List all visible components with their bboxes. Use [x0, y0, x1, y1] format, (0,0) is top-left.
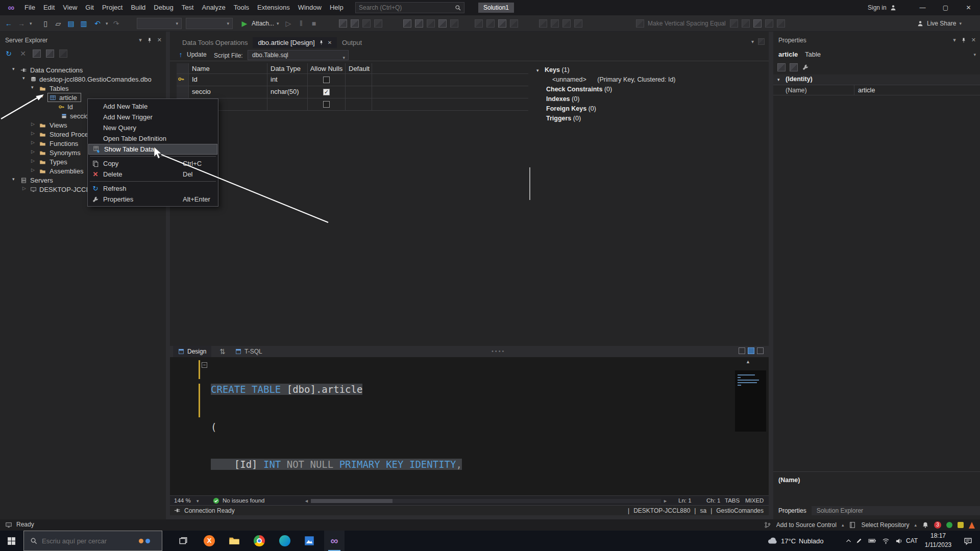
tree-item-connection[interactable]: ▾ desktop-jccl880.GestioComandes.dbo [0, 75, 166, 84]
wifi-icon[interactable] [882, 537, 890, 545]
close-icon[interactable]: ✕ [157, 37, 162, 43]
menu-item-add-new-table[interactable]: Add New Table [88, 101, 218, 112]
indexes-node[interactable]: Indexes (0) [546, 95, 579, 104]
connection-server[interactable]: DESKTOP-JCCL880 [633, 507, 690, 514]
menu-item-properties[interactable]: Properties Alt+Enter [88, 194, 218, 205]
tab-output[interactable]: Output [337, 37, 367, 48]
horizontal-scrollbar[interactable] [311, 499, 661, 503]
toolbar-icon[interactable] [539, 19, 547, 28]
connection-database[interactable]: GestioComandes [716, 507, 764, 514]
menu-extensions[interactable]: Extensions [253, 0, 294, 15]
task-view-button[interactable] [173, 531, 193, 551]
column-header-datatype[interactable]: Data Type [267, 63, 308, 73]
connect-database-icon[interactable] [33, 49, 41, 58]
split-vertical-icon[interactable] [748, 347, 754, 354]
menu-debug[interactable]: Debug [150, 0, 177, 15]
start-button[interactable] [1, 531, 21, 551]
close-icon[interactable]: ✕ [971, 37, 976, 43]
expander-icon[interactable]: ▾ [12, 177, 15, 182]
action-center-button[interactable] [958, 531, 978, 551]
toolbar-icon[interactable] [574, 19, 582, 28]
triggers-node[interactable]: Triggers (0) [546, 115, 581, 123]
undo-icon[interactable]: ↶ [93, 19, 102, 28]
scroll-left-icon[interactable]: ◄ [304, 498, 309, 504]
pen-icon[interactable] [855, 537, 863, 544]
live-share-button[interactable]: Live Share ▾ [917, 15, 962, 32]
shield-icon[interactable] [958, 522, 964, 528]
menu-item-open-table-definition[interactable]: Open Table Definition [88, 133, 218, 144]
menu-item-refresh[interactable]: ↻ Refresh [88, 183, 218, 194]
start-without-debugging-icon[interactable]: ▷ [284, 19, 293, 28]
menu-window[interactable]: Window [294, 0, 326, 15]
toolbar-icon[interactable] [450, 19, 458, 28]
sharepoint-icon[interactable] [59, 49, 67, 58]
column-header-allownulls[interactable]: Allow Nulls [308, 63, 346, 73]
add-to-source-control[interactable]: Add to Source Control [776, 521, 837, 529]
connect-server-icon[interactable] [46, 49, 54, 58]
undo-dropdown-icon[interactable]: ▾ [106, 21, 108, 26]
check-constraints-node[interactable]: Check Constraints (0) [546, 86, 612, 94]
battery-icon[interactable] [868, 537, 876, 545]
grid-row-id[interactable]: Id int [177, 74, 528, 86]
connection-user[interactable]: sa [700, 507, 706, 514]
tree-item-tables[interactable]: ▾ Tables [0, 84, 166, 93]
toolbar-icon[interactable] [438, 19, 447, 28]
expander-icon[interactable]: ▷ [22, 186, 26, 191]
scroll-up-icon[interactable]: ▲ [746, 359, 750, 364]
menu-view[interactable]: View [59, 0, 81, 15]
property-pages-icon[interactable] [802, 64, 809, 71]
expander-icon[interactable]: ▾ [31, 85, 34, 90]
keys-node[interactable]: ▾ Keys (1) [536, 66, 570, 75]
navigate-dropdown-icon[interactable]: ▾ [30, 21, 32, 26]
redo-icon[interactable]: ↷ [112, 19, 121, 28]
chevron-down-icon[interactable]: ▾ [139, 37, 142, 43]
update-button[interactable]: ↑ Update [177, 51, 207, 59]
property-row-name[interactable]: (Name) article [773, 85, 980, 95]
split-horizontal-icon[interactable] [739, 347, 745, 354]
grid-row-seccio[interactable]: seccio nchar(50) ✓ [177, 86, 528, 98]
scroll-right-icon[interactable]: ► [663, 498, 668, 504]
save-icon[interactable]: ▤ [66, 19, 76, 28]
expander-icon[interactable]: ▷ [31, 140, 35, 145]
weather-widget[interactable]: 17°C Nublado [767, 531, 823, 551]
tab-tsql[interactable]: T-SQL [230, 346, 267, 357]
swap-panes-icon[interactable]: ⇅ [218, 347, 227, 356]
tab-list-dropdown-icon[interactable]: ▾ [751, 39, 754, 44]
primary-key-node[interactable]: <unnamed> (Primary Key, Clustered: Id) [552, 76, 676, 85]
tab-design[interactable]: Design [173, 346, 211, 357]
platform-combobox[interactable]: ▾ [186, 18, 233, 29]
toolbar-icon[interactable] [415, 19, 423, 28]
swap-layout-icon[interactable] [757, 347, 764, 354]
pin-icon[interactable] [146, 37, 153, 43]
cell-default[interactable] [346, 86, 372, 98]
pin-icon[interactable] [961, 37, 967, 43]
script-file-combobox[interactable]: dbo.Table.sql ▾ [248, 50, 349, 60]
refresh-icon[interactable]: ↻ [4, 49, 13, 58]
tab-properties[interactable]: Properties [773, 506, 812, 515]
zoom-level[interactable]: 144 % [174, 497, 191, 504]
pane-splitter-handle[interactable] [529, 167, 530, 200]
toolbar-icon[interactable] [777, 19, 785, 28]
chrome-button[interactable] [249, 531, 270, 551]
splitter-grip-icon[interactable]: •••• [492, 348, 505, 354]
toolbar-icon[interactable] [362, 19, 371, 28]
expander-icon[interactable]: ▾ [41, 94, 43, 99]
toolbar-icon[interactable] [351, 19, 359, 28]
window-options-icon[interactable] [758, 38, 765, 45]
navigate-forward-icon[interactable]: → [17, 19, 26, 28]
notifications-bell-icon[interactable] [922, 521, 929, 529]
menu-item-copy[interactable]: Copy Ctrl+C [88, 158, 218, 169]
column-header-default[interactable]: Default [346, 63, 372, 73]
toolbar-icon[interactable] [403, 19, 411, 28]
notification-badge[interactable]: 3 [934, 521, 941, 529]
cell-name[interactable]: Id [189, 74, 267, 86]
cell-datatype[interactable] [267, 98, 308, 110]
tsql-editor[interactable]: − CREATE TABLE [dbo].article ( [Id] INT … [170, 357, 769, 495]
sign-in[interactable]: Sign in [868, 0, 897, 15]
menu-item-add-new-trigger[interactable]: Add New Trigger [88, 112, 218, 122]
taskbar-search[interactable] [23, 531, 162, 551]
expander-icon[interactable]: ▾ [12, 66, 15, 71]
minimap[interactable] [735, 370, 766, 432]
tree-item-data-connections[interactable]: ▾ Data Connections [0, 66, 166, 75]
category-identity[interactable]: ▾ (Identity) [773, 74, 980, 85]
